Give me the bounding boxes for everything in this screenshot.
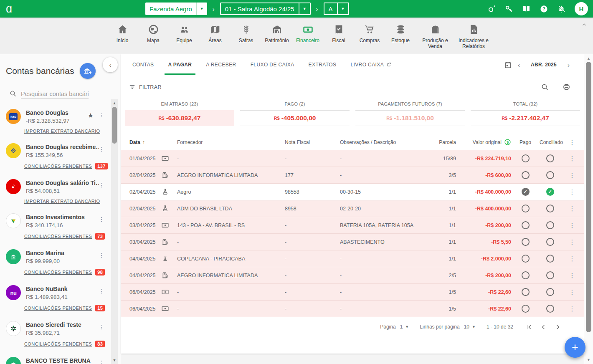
next-page-button[interactable] bbox=[554, 324, 561, 331]
bank-account-item[interactable]: Banco Marina R$ 99.999,00 ⋮ CONCILIAÇÕES… bbox=[0, 246, 121, 276]
nav-item-financeiro[interactable]: Financeiro bbox=[292, 18, 323, 50]
nav-item-producao-e-venda[interactable]: Produção e Venda bbox=[416, 18, 454, 50]
row-menu-button[interactable]: ⋮ bbox=[560, 188, 584, 196]
table-row[interactable]: 06/04/2025 - - - 1/5 -R$ 22,60 ⋮ bbox=[121, 301, 584, 317]
row-menu-button[interactable]: ⋮ bbox=[560, 222, 584, 229]
column-observacoes[interactable]: Observações / Descrição bbox=[340, 139, 426, 145]
table-row[interactable]: 02/04/2025 AEGRO INFORMATICA LIMITADA 17… bbox=[121, 167, 584, 184]
column-conciliado[interactable]: Conciliado bbox=[540, 139, 560, 145]
nav-item-areas[interactable]: Áreas bbox=[200, 18, 231, 50]
table-row[interactable]: 04/04/2025 AEGRO INFORMATICA LIMITADA - … bbox=[121, 267, 584, 284]
nav-item-safras[interactable]: Safras bbox=[231, 18, 261, 50]
bell-off-icon[interactable] bbox=[557, 5, 566, 13]
table-row[interactable]: 04/04/2025 COPLACANA - PIRACICABA - - 1/… bbox=[121, 250, 584, 267]
row-menu-button[interactable]: ⋮ bbox=[560, 205, 584, 212]
bank-account-item[interactable]: Banco Douglas recebime… R$ 155.349,56 ⋮ … bbox=[0, 140, 121, 169]
table-row[interactable]: 03/04/2025 - - ABASTECIMENTO 1/1 -R$ 5,5… bbox=[121, 234, 584, 250]
paid-toggle[interactable] bbox=[522, 271, 530, 279]
reconciled-toggle[interactable] bbox=[546, 221, 554, 229]
reconciled-toggle[interactable] bbox=[546, 288, 554, 296]
table-row[interactable]: 02/04/2025 ADM DO BRASIL LTDA 8958 02-20… bbox=[121, 200, 584, 217]
account-action-link[interactable]: CONCILIAÇÕES PENDENTES bbox=[24, 164, 92, 169]
add-bank-account-button[interactable] bbox=[80, 63, 96, 79]
account-menu-button[interactable]: ⋮ bbox=[99, 111, 104, 118]
table-row[interactable]: 06/04/2025 - - - 1/5 -R$ 22,60 ⋮ bbox=[121, 284, 584, 301]
reconciled-toggle[interactable] bbox=[546, 271, 554, 279]
row-menu-button[interactable]: ⋮ bbox=[560, 238, 584, 246]
season-selector[interactable]: 01 - Safra Algodão 24/25 ▼ bbox=[220, 3, 311, 15]
tab-fluxo-de-caixa[interactable]: FLUXO DE CAIXA bbox=[243, 54, 302, 75]
scroll-up-icon[interactable]: ▲ bbox=[111, 100, 118, 106]
reconciled-toggle[interactable] bbox=[546, 305, 554, 313]
tab-a-receber[interactable]: A RECEBER bbox=[199, 54, 243, 75]
table-header-menu-button[interactable]: ⋮ bbox=[560, 139, 584, 146]
scroll-down-icon[interactable]: ▼ bbox=[111, 357, 118, 363]
bank-account-item[interactable]: Banco Investimentos R$ 340.174,16 ⋮ CONC… bbox=[0, 210, 121, 240]
paid-toggle[interactable] bbox=[522, 238, 530, 246]
bank-account-item[interactable]: Banco Sicredi Teste R$ 35.982,71 ⋮ CONCI… bbox=[0, 318, 121, 347]
search-icon[interactable] bbox=[541, 83, 549, 91]
nav-item-equipe[interactable]: Equipe bbox=[169, 18, 200, 50]
aegro-add-icon[interactable] bbox=[487, 5, 496, 13]
reconciled-toggle[interactable] bbox=[546, 238, 554, 246]
user-avatar[interactable]: H bbox=[575, 2, 588, 15]
column-valor-original[interactable]: Valor original$ bbox=[456, 139, 511, 146]
tab-contas[interactable]: CONTAS bbox=[125, 54, 161, 75]
nav-item-indicadores-e-relatorios[interactable]: Indicadores e Relatórios bbox=[454, 18, 493, 50]
row-menu-button[interactable]: ⋮ bbox=[560, 172, 584, 179]
account-action-link[interactable]: CONCILIAÇÕES PENDENTES bbox=[24, 234, 92, 239]
account-action-link[interactable]: CONCILIAÇÕES PENDENTES bbox=[24, 306, 92, 311]
bank-account-item[interactable]: Itaú Banco Douglas -R$ 2.328.532,97 ★ ⋮ … bbox=[0, 106, 121, 134]
farm-selector[interactable]: Fazenda Aegro ▼ bbox=[145, 3, 207, 15]
row-menu-button[interactable]: ⋮ bbox=[560, 272, 584, 279]
column-fornecedor[interactable]: Fornecedor bbox=[177, 139, 285, 145]
previous-page-button[interactable] bbox=[540, 324, 547, 331]
sidebar-scrollbar[interactable]: ▲ ▼ bbox=[111, 99, 118, 364]
row-menu-button[interactable]: ⋮ bbox=[560, 288, 584, 296]
nav-item-compras[interactable]: Compras bbox=[354, 18, 385, 50]
bank-account-item[interactable]: nu Banco NuBank R$ 1.489.983,41 ⋮ CONCIL… bbox=[0, 282, 121, 311]
nav-item-fiscal[interactable]: Fiscal bbox=[323, 18, 354, 50]
star-icon[interactable]: ★ bbox=[88, 111, 94, 119]
collapse-sidebar-button[interactable]: ‹ bbox=[103, 57, 118, 72]
sub-selector[interactable]: A ▼ bbox=[324, 3, 349, 15]
account-action-link[interactable]: IMPORTAR EXTRATO BANCÁRIO bbox=[24, 129, 100, 134]
paid-toggle[interactable]: ✓ bbox=[522, 188, 530, 196]
nav-item-estoque[interactable]: Estoque bbox=[385, 18, 416, 50]
collapse-nav-icon[interactable] bbox=[581, 22, 587, 28]
paid-toggle[interactable] bbox=[522, 288, 530, 296]
account-menu-button[interactable]: ⋮ bbox=[99, 146, 104, 152]
bank-account-item[interactable]: BANCO TESTE BRUNA R$ 4.459,51 ⋮ bbox=[0, 354, 121, 364]
account-menu-button[interactable]: ⋮ bbox=[99, 359, 104, 364]
rows-per-page-select[interactable]: 10▼ bbox=[464, 324, 476, 330]
paid-toggle[interactable] bbox=[522, 154, 530, 162]
nav-item-inicio[interactable]: Início bbox=[107, 18, 138, 50]
account-menu-button[interactable]: ⋮ bbox=[99, 324, 104, 330]
row-menu-button[interactable]: ⋮ bbox=[560, 155, 584, 162]
reconciled-toggle[interactable]: ✓ bbox=[546, 188, 554, 196]
scrollbar-thumb[interactable] bbox=[112, 107, 117, 144]
help-icon[interactable]: ? bbox=[540, 5, 548, 13]
next-month-button[interactable]: › bbox=[562, 61, 575, 68]
tab-a-pagar[interactable]: A PAGAR bbox=[161, 54, 199, 75]
account-menu-button[interactable]: ⋮ bbox=[99, 252, 104, 258]
scrollbar-thumb[interactable] bbox=[586, 62, 591, 332]
column-nota-fiscal[interactable]: Nota Fiscal bbox=[285, 139, 340, 145]
search-accounts-input[interactable] bbox=[21, 89, 89, 99]
account-action-link[interactable]: CONCILIAÇÕES PENDENTES bbox=[24, 341, 92, 346]
previous-month-button[interactable]: ‹ bbox=[512, 61, 526, 68]
key-icon[interactable] bbox=[504, 5, 513, 13]
account-menu-button[interactable]: ⋮ bbox=[99, 216, 104, 222]
paid-toggle[interactable] bbox=[522, 305, 530, 313]
paid-toggle[interactable] bbox=[522, 205, 530, 212]
reconciled-toggle[interactable] bbox=[546, 154, 554, 162]
add-payment-fab[interactable]: + bbox=[565, 337, 585, 358]
scroll-up-icon[interactable]: ▲ bbox=[584, 56, 593, 61]
account-action-link[interactable]: IMPORTAR EXTRATO BANCÁRIO bbox=[24, 199, 100, 204]
account-menu-button[interactable]: ⋮ bbox=[99, 288, 104, 294]
row-menu-button[interactable]: ⋮ bbox=[560, 255, 584, 263]
calendar-icon[interactable] bbox=[504, 61, 512, 69]
account-action-link[interactable]: CONCILIAÇÕES PENDENTES bbox=[24, 270, 92, 275]
filter-button[interactable]: FILTRAR bbox=[129, 83, 162, 91]
reconciled-toggle[interactable] bbox=[546, 205, 554, 212]
